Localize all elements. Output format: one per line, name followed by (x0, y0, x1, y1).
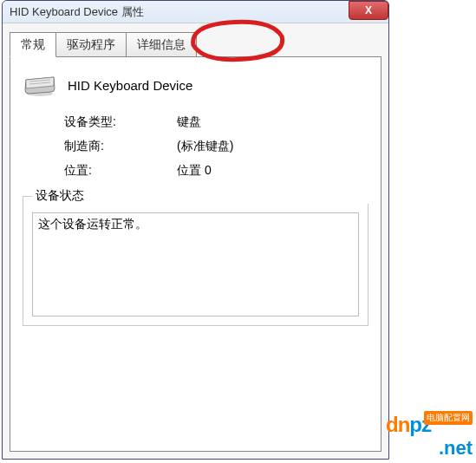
close-icon: X (365, 4, 372, 16)
content-area: 常规 驱动程序 详细信息 HID Keyboard Device (3, 23, 388, 459)
prop-row-location: 位置: 位置 0 (64, 163, 368, 179)
tab-details[interactable]: 详细信息 (126, 32, 197, 57)
keyboard-icon (23, 73, 57, 97)
watermark-net: .net (439, 437, 473, 460)
prop-row-type: 设备类型: 键盘 (64, 114, 368, 130)
prop-value-type: 键盘 (177, 114, 201, 130)
tabstrip: 常规 驱动程序 详细信息 (10, 32, 381, 57)
window-title: HID Keyboard Device 属性 (10, 4, 144, 20)
properties-window: HID Keyboard Device 属性 X 常规 驱动程序 详细信息 (2, 0, 389, 460)
prop-value-manufacturer: (标准键盘) (177, 139, 233, 154)
status-legend: 设备状态 (32, 188, 376, 204)
prop-row-manufacturer: 制造商: (标准键盘) (64, 139, 368, 154)
device-header: HID Keyboard Device (23, 73, 368, 97)
status-textbox[interactable]: 这个设备运转正常。 (32, 212, 359, 316)
device-status-group: 设备状态 这个设备运转正常。 (23, 196, 368, 326)
close-button[interactable]: X (349, 1, 388, 20)
watermark-dn: dn (386, 413, 409, 436)
tab-panel-general: HID Keyboard Device 设备类型: 键盘 制造商: (标准键盘)… (10, 56, 381, 452)
tab-general[interactable]: 常规 (10, 32, 56, 57)
status-text: 这个设备运转正常。 (38, 217, 147, 231)
tab-driver[interactable]: 驱动程序 (55, 32, 127, 57)
prop-label-location: 位置: (64, 163, 177, 179)
titlebar[interactable]: HID Keyboard Device 属性 X (3, 1, 388, 23)
device-name: HID Keyboard Device (68, 78, 192, 93)
prop-value-location: 位置 0 (177, 163, 212, 179)
device-properties: 设备类型: 键盘 制造商: (标准键盘) 位置: 位置 0 (64, 114, 368, 179)
prop-label-manufacturer: 制造商: (64, 139, 177, 154)
prop-label-type: 设备类型: (64, 114, 177, 130)
watermark: 电脑配置网 dnpz .net (386, 413, 473, 460)
watermark-tag: 电脑配置网 (424, 411, 473, 425)
